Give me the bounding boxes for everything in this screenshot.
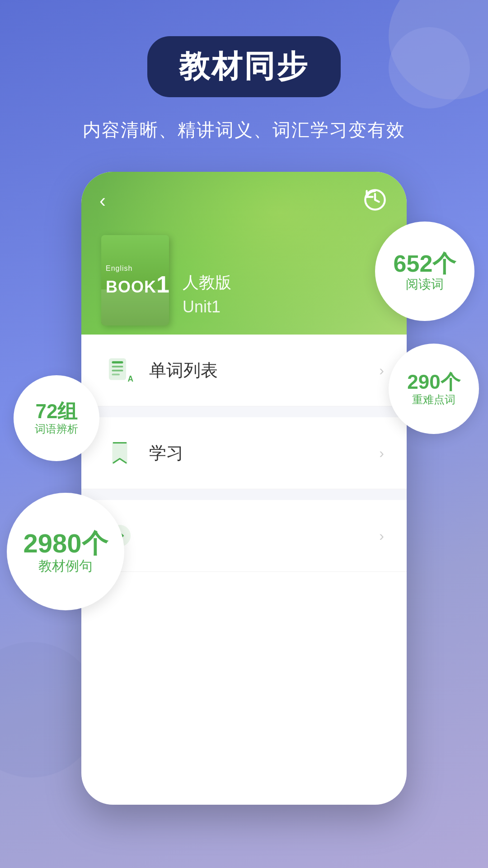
book-publisher: 人教版	[183, 272, 231, 294]
bubble-reading-number: 652个	[394, 251, 456, 277]
bubble-examples-number: 2980个	[23, 529, 108, 558]
menu-item-wordlist[interactable]: ABC 单词列表 ›	[81, 335, 407, 406]
book-cover-area: English BOOK1 人教版 Unit1	[101, 235, 231, 326]
title-badge: 教材同步	[147, 36, 341, 97]
svg-rect-2	[112, 361, 123, 363]
bubble-examples: 2980个 教材例句	[7, 493, 124, 610]
menu-item-wordlist-label: 单词列表	[149, 359, 379, 382]
menu-item-study-arrow: ›	[379, 445, 384, 462]
history-icon[interactable]	[363, 188, 387, 212]
menu-gap-2	[81, 489, 407, 500]
svg-rect-5	[112, 374, 120, 376]
book-cover: English BOOK1	[101, 235, 169, 326]
menu-item-extra-arrow: ›	[379, 528, 384, 544]
deco-circle-2	[389, 27, 470, 108]
back-button[interactable]: ‹	[99, 190, 106, 212]
svg-text:ABC: ABC	[128, 374, 134, 383]
book-title: BOOK1	[106, 273, 169, 296]
phone-content: ABC 单词列表 › 学习 ›	[81, 335, 407, 572]
menu-item-wordlist-arrow: ›	[379, 362, 384, 379]
bubble-examples-label: 教材例句	[38, 558, 93, 574]
svg-rect-4	[112, 370, 123, 372]
bubble-reading: 652个 阅读词	[375, 222, 474, 321]
svg-rect-3	[112, 366, 123, 368]
title-badge-text: 教材同步	[179, 49, 309, 83]
book-english: English	[106, 264, 132, 273]
bubble-analysis-number: 72组	[36, 401, 78, 422]
bubble-reading-label: 阅读词	[406, 277, 444, 292]
book-unit: Unit1	[183, 297, 231, 316]
menu-item-extra[interactable]: ›	[81, 500, 407, 572]
book-info: 人教版 Unit1	[183, 272, 231, 326]
bubble-analysis-label: 词语辨析	[35, 423, 78, 436]
phone-header: ‹ English BOOK1 人教版 Unit1	[81, 172, 407, 335]
bookmark-icon	[104, 437, 136, 469]
bubble-difficult-label: 重难点词	[412, 393, 455, 406]
list-icon: ABC	[104, 354, 136, 386]
menu-item-study[interactable]: 学习 ›	[81, 417, 407, 489]
phone-mockup: ‹ English BOOK1 人教版 Unit1	[81, 172, 407, 805]
bubble-analysis: 72组 词语辨析	[14, 375, 99, 461]
menu-gap-1	[81, 406, 407, 417]
menu-item-study-label: 学习	[149, 442, 379, 465]
bubble-difficult: 290个 重难点词	[389, 344, 479, 434]
bubble-difficult-number: 290个	[407, 371, 460, 393]
subtitle: 内容清晰、精讲词义、词汇学习变有效	[0, 118, 488, 142]
